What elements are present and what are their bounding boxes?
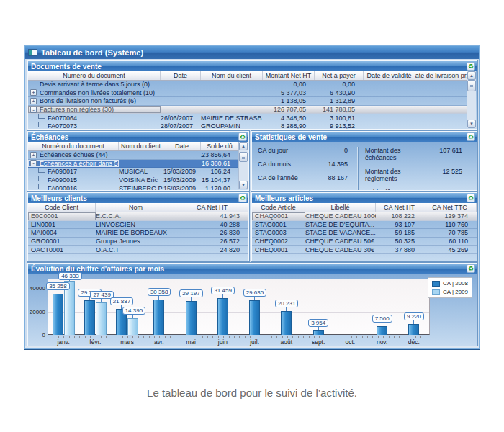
- expand-plus-icon[interactable]: +: [30, 98, 37, 104]
- stat-row: CA du jour0: [258, 147, 358, 154]
- cell-date-validite: [364, 97, 415, 105]
- table-row[interactable]: STAG0001STAGE DE D'EQUITA...93 107110 76…: [252, 221, 477, 230]
- cell-client: STEINBERG P...: [119, 184, 163, 191]
- table-row[interactable]: CHAQ0001CHEQUE CADEAU 100€108 222129 374: [252, 212, 477, 221]
- column-header[interactable]: Date: [163, 142, 201, 150]
- cell-date-livraison: [415, 97, 467, 105]
- table-row[interactable]: FA07006426/06/2007MAIRIE DE STRASB...4 3…: [28, 114, 467, 122]
- column-header[interactable]: Nom du client: [201, 71, 263, 80]
- cell-libelle: STAGE DE D'EQUITA...: [305, 221, 376, 229]
- column-header[interactable]: Numéro du document: [28, 142, 119, 150]
- dashboard-window-icon: [28, 49, 37, 56]
- tree-line-icon: [38, 114, 45, 119]
- column-header[interactable]: Net à payer: [315, 71, 364, 80]
- cell-code-client: OACT0001: [28, 246, 96, 253]
- stat-label: Solde dû: [365, 189, 431, 191]
- value-label: 29 197: [179, 289, 202, 297]
- table-row[interactable]: +Échéances échues (44)123 856,64: [28, 151, 239, 160]
- cell-client: [119, 151, 163, 159]
- table-row[interactable]: +Commandes non livrées totalement (10)5 …: [28, 89, 467, 98]
- column-header[interactable]: Solde dû: [201, 142, 239, 150]
- column-header[interactable]: CA Net TTC: [423, 203, 477, 212]
- scroll-down-icon[interactable]: ▼: [239, 181, 248, 189]
- bar-chart: CA | 2008CA | 2009 02000040000janv.35 25…: [28, 274, 477, 347]
- column-header[interactable]: Numéro du document: [28, 71, 161, 80]
- table-row[interactable]: -Échéances à échoir dans 5 jours (3)16 3…: [28, 160, 239, 168]
- panel-title: Évolution du chiffre d'affaires par mois: [31, 265, 164, 273]
- cell-date: [161, 106, 201, 114]
- table-row[interactable]: CHEQ0001CHEQUE CADEAU 30€37 88045 269: [252, 246, 477, 254]
- cell-label: FA090015: [28, 176, 119, 184]
- column-header[interactable]: Libellé: [305, 203, 376, 212]
- refresh-icon: ♻: [468, 63, 474, 70]
- column-header[interactable]: Code Client: [28, 203, 96, 212]
- y-axis-tick-label: 0: [28, 332, 45, 338]
- collapse-minus-icon[interactable]: -: [30, 107, 37, 113]
- table-row[interactable]: LIN0001LINVOSGIEN40 288: [28, 221, 248, 230]
- column-header[interactable]: Date de validité: [364, 71, 415, 80]
- cell-ca-net-ttc: 60 110: [423, 238, 477, 246]
- refresh-button[interactable]: ♻: [467, 194, 475, 202]
- cell-libelle: CHEQUE CADEAU 100€: [305, 212, 376, 220]
- stat-row: CA du mois14 395: [258, 161, 358, 168]
- value-leader-line: [101, 298, 102, 302]
- table-row[interactable]: +Bons de livraison non facturés (6)1 138…: [28, 97, 467, 106]
- clients-table: E0C0001E.C.C.A.41 943LIN0001LINVOSGIEN40…: [28, 212, 248, 261]
- refresh-button[interactable]: ♻: [467, 132, 475, 141]
- tree-line-icon: [38, 176, 45, 181]
- collapse-minus-icon[interactable]: -: [30, 160, 37, 166]
- column-header[interactable]: Date de livraison pr...: [415, 71, 467, 80]
- refresh-button[interactable]: ♻: [467, 62, 475, 71]
- refresh-button[interactable]: ♻: [238, 132, 247, 141]
- cell-date: [163, 151, 201, 159]
- column-header[interactable]: Nom du client: [119, 142, 163, 150]
- column-header[interactable]: CA Net HT: [176, 203, 248, 212]
- column-header[interactable]: Nom: [96, 203, 176, 212]
- cell-label: +Échéances échues (44): [28, 151, 119, 159]
- table-row[interactable]: GRO0001Groupa Jeunes26 572: [28, 238, 248, 246]
- value-label: 14 395: [122, 307, 145, 315]
- column-header[interactable]: Montant Net HT: [263, 71, 315, 80]
- table-row[interactable]: STAG0003STAGE DE VACANCE...59 18570 785: [252, 229, 477, 238]
- refresh-button[interactable]: ♻: [467, 264, 475, 273]
- column-header[interactable]: Date: [161, 71, 201, 80]
- stats-left-column: CA du jour0CA du mois14 395CA de l'année…: [256, 147, 358, 190]
- scroll-down-icon[interactable]: ▼: [467, 120, 476, 128]
- echeances-scrollbar[interactable]: ▲ ▼: [238, 142, 248, 189]
- stat-value: 107 611: [431, 147, 472, 161]
- expand-plus-icon[interactable]: +: [30, 152, 37, 158]
- table-row[interactable]: Devis arrivant à terme dans 5 jours (0)0…: [28, 81, 467, 89]
- document-number: Bons de livraison non facturés (6): [40, 97, 136, 104]
- table-row[interactable]: FA090015VOISINA Eric15/03/200915 104,37: [28, 176, 239, 185]
- scrollbar-thumb[interactable]: [467, 80, 476, 91]
- cell-client: VOISINA Eric: [119, 176, 163, 184]
- value-label: 46 333: [58, 272, 81, 280]
- scrollbar-thumb[interactable]: [239, 152, 248, 162]
- refresh-icon: ♻: [468, 195, 474, 202]
- table-row[interactable]: MAI0004MAIRIE DE BORDEAUX26 830: [28, 229, 248, 238]
- panel-header: Statistiques de vente ♻: [252, 132, 477, 142]
- cell-solde-du: 15 104,37: [201, 176, 239, 184]
- table-row[interactable]: FA07007328/07/2007GROUPAMIN8 288,909 913…: [28, 122, 467, 130]
- document-number: FA070064: [48, 114, 77, 122]
- panel-title: Statistiques de vente: [255, 133, 327, 141]
- documents-column-headers: Numéro du documentDateNom du clientMonta…: [28, 71, 467, 81]
- table-row[interactable]: CHEQ0002CHEQUE CADEAU 50€50 32560 110: [252, 238, 477, 246]
- column-header[interactable]: Code Article: [252, 203, 305, 212]
- cell-montant-net-ht: 8 288,90: [263, 122, 315, 130]
- scroll-up-icon[interactable]: ▲: [239, 142, 248, 150]
- cell-client: [201, 89, 263, 97]
- column-header[interactable]: CA Net HT: [376, 203, 423, 212]
- table-row[interactable]: OACT0001O.A.C.T24 820: [28, 246, 248, 254]
- refresh-button[interactable]: ♻: [238, 194, 247, 202]
- table-row[interactable]: FA090016STEINBERG P...15/03/20091 170,00: [28, 184, 239, 191]
- table-row[interactable]: FA090017MUSICAL15/03/2009106,24: [28, 168, 239, 176]
- expand-plus-icon[interactable]: +: [30, 89, 37, 96]
- table-row[interactable]: E0C0001E.C.C.A.41 943: [28, 212, 248, 221]
- table-row[interactable]: -Factures non réglées (30)126 707,05141 …: [28, 106, 467, 114]
- tree-line-icon: [38, 168, 45, 173]
- scroll-up-icon[interactable]: ▲: [467, 71, 476, 80]
- stat-value: 12 525: [431, 168, 472, 182]
- documents-scrollbar[interactable]: ▲ ▼: [467, 71, 476, 128]
- panel-meilleurs-articles: Meilleurs articles ♻ Code ArticleLibellé…: [251, 192, 477, 261]
